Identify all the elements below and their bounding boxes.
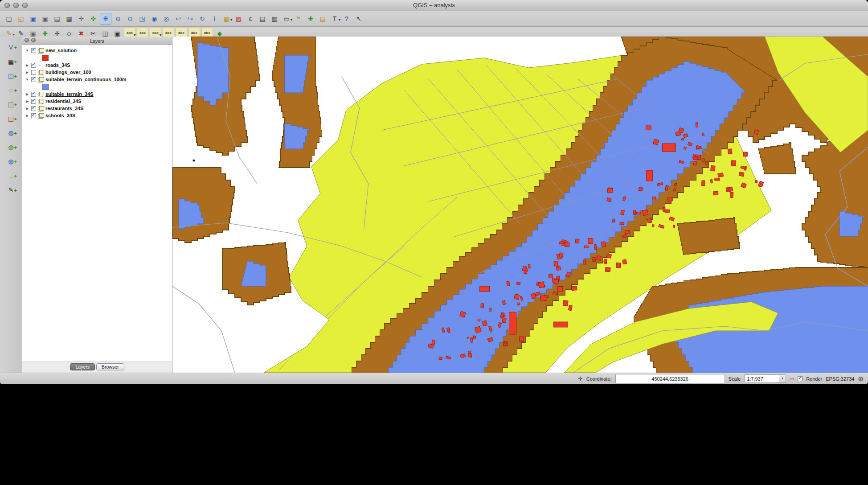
help-icon[interactable]: ? [341, 13, 352, 24]
zoom-full-icon[interactable]: ◳ [137, 13, 147, 24]
building [710, 179, 712, 183]
coordinate-input[interactable] [615, 374, 725, 383]
add-delimited-text-layer-icon[interactable]: , [6, 170, 16, 181]
zoom-native-icon[interactable]: ⊙ [125, 13, 135, 24]
crs-status-icon[interactable]: ⊕ [858, 375, 864, 383]
building [439, 357, 442, 360]
zoom-window-button[interactable] [22, 3, 28, 8]
layer-checkbox[interactable] [31, 106, 36, 111]
layer-item-roads-34s[interactable]: ▶ ~ roads_34S [22, 62, 172, 69]
identify-features-icon[interactable]: i [209, 13, 220, 24]
zoom-to-selection-icon[interactable]: ◉ [149, 13, 160, 24]
layer-item-suitable-terrain-continuous-100m[interactable]: ▼ suitable_terrain_continuous_100m [22, 76, 172, 83]
titlebar[interactable]: QGIS – analysis [0, 0, 868, 11]
map-canvas[interactable] [172, 37, 868, 373]
open-project-icon[interactable]: ◱ [16, 13, 26, 24]
zoom-out-icon[interactable]: ⊖ [113, 13, 123, 24]
expand-arrow-icon[interactable]: ▼ [25, 78, 29, 82]
icon-glyph: ◆ [217, 30, 222, 37]
zoom-in-icon[interactable]: ⊕ [100, 13, 111, 25]
expand-arrow-icon[interactable]: ▶ [25, 70, 29, 74]
zoom-next-icon[interactable]: ↪ [185, 13, 196, 24]
legend-swatch-red[interactable] [42, 55, 49, 61]
layer-checkbox[interactable] [31, 77, 36, 82]
coordinate-capture-icon[interactable]: ✛ [578, 375, 583, 382]
layer-item-buildings-over-100[interactable]: ▶ buildings_over_100 [22, 69, 172, 76]
statistics-icon[interactable]: ▥ [269, 13, 280, 24]
legend-swatch-row [22, 54, 172, 62]
add-mssql-layer-icon[interactable]: ◫ [6, 99, 16, 110]
legend-swatch-blue[interactable] [42, 84, 49, 90]
expand-arrow-icon[interactable]: ▶ [25, 99, 29, 103]
icon-glyph: ε [249, 15, 252, 22]
layer-item-restaurants-34s[interactable]: ▶ restaurants_34S [22, 105, 172, 112]
composer-manager-icon[interactable]: ▦ [64, 13, 74, 24]
layer-item-schools-34s[interactable]: ▶ schools_34S [22, 112, 172, 119]
pan-to-selection-icon[interactable]: ✜ [88, 13, 98, 24]
layer-item-residential-34s[interactable]: ▶ residential_34S [22, 98, 172, 105]
building-large [662, 144, 676, 152]
expand-arrow-icon[interactable]: ▶ [25, 114, 29, 118]
add-spatialite-layer-icon[interactable]: ◌ [6, 85, 16, 95]
new-shapefile-layer-icon[interactable]: ✎ [6, 185, 16, 195]
building [667, 197, 673, 201]
close-panel-icon[interactable] [25, 38, 29, 42]
layer-checkbox[interactable] [31, 92, 36, 97]
layer-label: schools_34S [45, 113, 75, 118]
window-title: QGIS – analysis [0, 0, 868, 11]
add-vector-layer-icon[interactable]: V [6, 42, 16, 53]
coordinate-label: Coordinate: [586, 376, 612, 382]
chevron-down-icon[interactable]: ▾ [779, 375, 786, 382]
layer-label: suitable_terrain_continuous_100m [45, 77, 127, 82]
show-bookmarks-icon[interactable]: ▤ [317, 13, 328, 24]
map-tips-icon[interactable]: ❝ [293, 13, 304, 24]
minimize-window-button[interactable] [13, 3, 19, 8]
expand-arrow-icon[interactable]: ▼ [25, 49, 29, 53]
scale-combo[interactable]: 1:7,937 ▾ [744, 374, 786, 383]
pan-map-icon[interactable]: ✛ [76, 13, 86, 24]
text-annotation-icon[interactable]: T [329, 13, 340, 24]
toggle-extents-icon[interactable]: ▱ [790, 375, 794, 382]
select-features-icon[interactable]: ▦ [221, 13, 232, 24]
layer-checkbox[interactable] [31, 63, 36, 68]
layers-panel-header[interactable]: Layers [22, 37, 172, 45]
layer-checkbox[interactable] [31, 70, 36, 75]
new-project-icon[interactable]: ▢ [4, 13, 14, 24]
layer-checkbox[interactable] [31, 99, 36, 104]
add-wfs-layer-icon[interactable]: ◍ [6, 156, 16, 167]
add-wcs-layer-icon[interactable]: ◍ [6, 142, 16, 152]
building [549, 274, 553, 278]
add-postgis-layer-icon[interactable]: ◫ [6, 70, 16, 81]
refresh-map-icon[interactable]: ↻ [197, 13, 208, 24]
render-checkbox[interactable] [798, 376, 802, 381]
icon-glyph: ❝ [297, 15, 300, 22]
select-by-expression-icon[interactable]: ε [245, 13, 256, 24]
new-bookmark-icon[interactable]: ✚ [305, 13, 316, 24]
layer-checkbox[interactable] [31, 48, 36, 53]
expand-arrow-icon[interactable]: ▶ [25, 107, 29, 111]
measure-icon[interactable]: ▭ [281, 13, 292, 24]
icon-glyph: ◎ [164, 15, 169, 22]
layer-checkbox[interactable] [31, 113, 36, 118]
tab-browser[interactable]: Browser [96, 363, 124, 370]
attribute-table-icon[interactable]: ▤ [257, 13, 268, 24]
zoom-last-icon[interactable]: ↩ [173, 13, 184, 24]
deselect-features-icon[interactable]: ▨ [233, 13, 244, 24]
whats-this-icon[interactable]: ↖ [353, 13, 364, 24]
expand-arrow-icon[interactable]: ▶ [25, 63, 29, 67]
expand-arrow-icon[interactable]: ▶ [25, 92, 29, 96]
new-composer-icon[interactable]: ▤ [52, 13, 62, 24]
add-oracle-layer-icon[interactable]: ◫ [6, 113, 16, 124]
tab-layers[interactable]: Layers [70, 363, 95, 370]
detach-panel-icon[interactable] [31, 38, 36, 42]
add-wms-layer-icon[interactable]: ◍ [6, 127, 16, 138]
close-window-button[interactable] [4, 3, 10, 8]
save-project-as-icon[interactable]: ▣ [40, 13, 50, 24]
add-raster-layer-icon[interactable]: ▦ [6, 56, 16, 67]
icon-glyph: ◫ [102, 30, 108, 37]
layer-item-suitable-terrain-34s[interactable]: ▶ suitable_terrain_34S [22, 90, 172, 98]
save-project-icon[interactable]: ▣ [28, 13, 38, 24]
zoom-to-layer-icon[interactable]: ◎ [161, 13, 172, 24]
layer-item-new-solution[interactable]: ▼ new_solution [22, 47, 172, 54]
icon-glyph: ↻ [200, 15, 205, 22]
